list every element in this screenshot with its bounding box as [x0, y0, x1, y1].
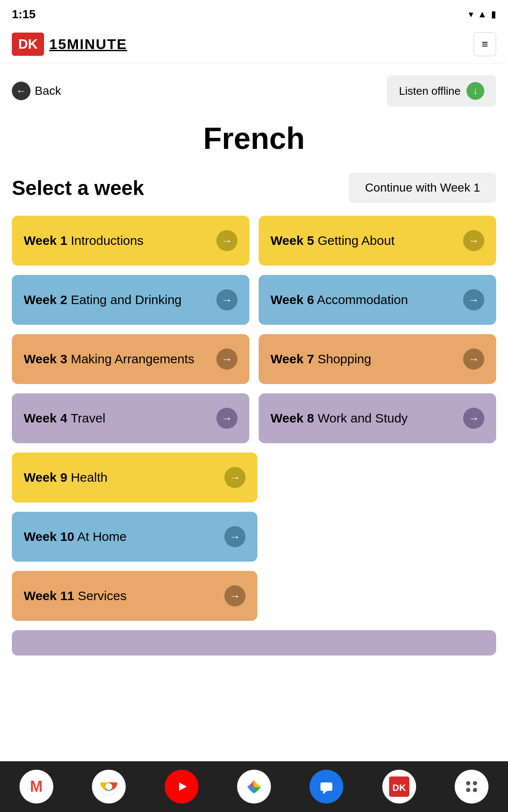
top-actions: ← Back Listen offline ↓ [0, 63, 508, 112]
week-card-arrow-7: → [463, 348, 484, 370]
svg-text:DK: DK [392, 782, 406, 793]
select-week-label: Select a week [12, 176, 144, 200]
week-card-label-6: Week 6 Accommodation [271, 293, 408, 307]
nav-icon-chrome[interactable] [92, 770, 126, 804]
week-card-2[interactable]: Week 2 Eating and Drinking → [12, 275, 249, 325]
week-card-arrow-4: → [216, 408, 237, 429]
week-card-arrow-11: → [224, 585, 246, 606]
continue-button[interactable]: Continue with Week 1 [349, 173, 496, 203]
week-card-label-1: Week 1 Introductions [24, 233, 144, 248]
week-card-10[interactable]: Week 10 At Home → [12, 512, 257, 562]
nav-icon-messages[interactable] [309, 770, 343, 804]
status-time: 1:15 [12, 8, 36, 21]
back-circle-icon: ← [12, 82, 30, 100]
nav-icon-photos[interactable] [237, 770, 271, 804]
svg-rect-6 [320, 782, 332, 791]
svg-point-10 [466, 781, 470, 785]
listen-offline-label: Listen offline [399, 85, 461, 98]
listen-offline-button[interactable]: Listen offline ↓ [387, 75, 496, 107]
week-card-arrow-8: → [463, 408, 484, 429]
dk-logo: DK [12, 33, 44, 56]
week-card-7[interactable]: Week 7 Shopping → [259, 334, 496, 384]
week-card-3[interactable]: Week 3 Making Arrangements → [12, 334, 249, 384]
week-card-9[interactable]: Week 9 Health → [12, 453, 257, 502]
week-card-label-4: Week 4 Travel [24, 411, 105, 425]
back-button[interactable]: ← Back [12, 82, 61, 100]
week-card-label-5: Week 5 Getting About [271, 233, 395, 248]
wifi-icon: ▾ [469, 9, 473, 20]
nav-icon-dots[interactable] [455, 770, 489, 804]
svg-point-11 [473, 781, 477, 785]
week-grid: Week 1 Introductions → Week 5 Getting Ab… [0, 216, 508, 443]
status-bar: 1:15 ▾ ▲ ▮ [0, 0, 508, 25]
week-card-4[interactable]: Week 4 Travel → [12, 393, 249, 443]
download-icon: ↓ [467, 82, 484, 100]
nav-icon-youtube[interactable] [165, 770, 199, 804]
nav-icon-dk[interactable]: DK [382, 770, 416, 804]
menu-button[interactable]: ≡ [474, 32, 496, 56]
week-card-label-11: Week 11 Services [24, 589, 127, 603]
week-card-arrow-9: → [224, 467, 246, 488]
week-card-8[interactable]: Week 8 Work and Study → [259, 393, 496, 443]
week-card-arrow-3: → [216, 348, 237, 370]
week-header: Select a week Continue with Week 1 [0, 168, 508, 216]
bottom-nav: MDK [0, 761, 508, 812]
week-card-label-2: Week 2 Eating and Drinking [24, 293, 182, 307]
week-card-5[interactable]: Week 5 Getting About → [259, 216, 496, 266]
week-card-arrow-1: → [216, 230, 237, 251]
week-card-label-7: Week 7 Shopping [271, 352, 371, 366]
battery-icon: ▮ [491, 9, 496, 20]
week-card-label-10: Week 10 At Home [24, 529, 127, 544]
week-card-label-8: Week 8 Work and Study [271, 411, 408, 425]
signal-icon: ▲ [478, 9, 487, 20]
svg-point-2 [105, 783, 112, 790]
svg-point-13 [473, 788, 477, 792]
week-card-arrow-5: → [463, 230, 484, 251]
week-card-label-9: Week 9 Health [24, 470, 108, 485]
status-icons: ▾ ▲ ▮ [469, 9, 496, 20]
back-label: Back [35, 84, 61, 98]
header: DK 15MINUTE ≡ [0, 25, 508, 63]
logo: DK 15MINUTE [12, 33, 127, 56]
page-title: French [0, 112, 508, 168]
week-card-1[interactable]: Week 1 Introductions → [12, 216, 249, 266]
nav-icon-gmail[interactable]: M [19, 770, 53, 804]
week-card-arrow-6: → [463, 289, 484, 310]
week-card-6[interactable]: Week 6 Accommodation → [259, 275, 496, 325]
partial-card [12, 630, 496, 656]
svg-point-12 [466, 788, 470, 792]
logo-text: 15MINUTE [49, 36, 127, 52]
week-card-11[interactable]: Week 11 Services → [12, 571, 257, 621]
week-card-arrow-2: → [216, 289, 237, 310]
week-card-arrow-10: → [224, 526, 246, 547]
week-card-label-3: Week 3 Making Arrangements [24, 352, 194, 366]
